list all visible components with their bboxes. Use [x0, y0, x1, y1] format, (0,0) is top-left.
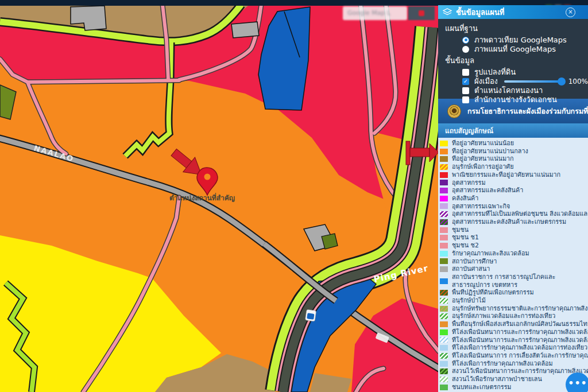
panel-title: ชั้นข้อมูลแผนที่	[456, 6, 504, 18]
legend-item: ชุมชน ช2	[438, 242, 588, 250]
legend-item: ที่โล่งเพื่อนันทนาการ การเลี้ยงสัตว์และก…	[438, 352, 588, 360]
blurred-tooltip: Google Map L	[343, 6, 407, 20]
agency-seal-icon	[447, 104, 461, 118]
legend-item: อุตสาหกรรม	[438, 179, 588, 187]
radio-selected-icon[interactable]	[462, 37, 469, 44]
legend-label: ที่อยู่อาศัยหนาแน่นน้อย	[452, 139, 514, 148]
legend-swatch	[440, 306, 448, 312]
legend-label: ที่โล่งเพื่อนันทนาการ การเลี้ยงสัตว์และก…	[452, 352, 588, 360]
legend-label: อุตสาหกรรมที่ไม่เป็นมลพิษต่อชุมชน สิ่งแว…	[452, 210, 588, 218]
legend-swatch	[440, 188, 448, 193]
legend-swatch	[440, 313, 448, 319]
legend-label: ที่โล่งเพื่อการรักษาคุณภาพสิ่งแวดล้อม	[452, 360, 553, 368]
legend-swatch	[440, 164, 448, 170]
checkbox-checked[interactable]: ✓	[462, 78, 469, 85]
more-actions-fab[interactable]: •••	[566, 372, 588, 392]
legend-label: อนุรักษ์ป่าไม้	[452, 297, 486, 305]
checkbox-unchecked[interactable]	[462, 69, 469, 76]
legend-item: อนุรักษ์ทรัพยากรธรรมชาติและการรักษาคุณภา…	[438, 305, 588, 313]
legend-label: สงวนไว้เพื่อนันทนาการและการรักษาคุณภาพสิ…	[452, 367, 588, 375]
legend-item: อนุรักษ์สภาพแวดล้อมและการท่องเที่ยว	[438, 312, 588, 320]
legend-item: ที่อยู่อาศัยหนาแน่นปานกลาง	[438, 148, 588, 156]
panel-header: ชั้นข้อมูลแผนที่ ×	[438, 5, 588, 19]
legend-label: อนุรักษ์ทรัพยากรธรรมชาติและการรักษาคุณภา…	[452, 305, 588, 313]
route-shield	[305, 309, 316, 321]
legend-item: ที่โล่งเพื่อนันทนาการและการรักษาคุณภาพสิ…	[438, 328, 588, 336]
legend-item: ที่อยู่อาศัยหนาแน่นน้อย	[438, 139, 588, 148]
legend-item: ชุมชน	[438, 226, 588, 234]
legend-label: ชนบทและเกษตรกรรม	[452, 383, 511, 391]
legend-item: คลังสินค้า	[438, 195, 588, 203]
legend-swatch	[440, 235, 448, 240]
legend-swatch	[440, 278, 448, 284]
legend-label: ที่อยู่อาศัยหนาแน่นปานกลาง	[452, 148, 528, 156]
radio-unselected-icon[interactable]	[462, 46, 469, 53]
legend-swatch	[440, 172, 448, 178]
legend-item: สถาบันศาสนา	[438, 265, 588, 273]
legend-label: พาณิชยกรรมและที่อยู่อาศัยหนาแน่นมาก	[452, 171, 560, 179]
legend-swatch	[440, 321, 448, 327]
top-bar-blurred-icons	[546, 1, 580, 5]
legend-item: พื้นที่ปฏิรูปที่ดินเพื่อเกษตรกรรม	[438, 289, 588, 297]
legend-label: อนุรักษ์สภาพแวดล้อมและการท่องเที่ยว	[452, 312, 555, 320]
legend-swatch	[440, 361, 448, 367]
legend-swatch	[440, 203, 448, 209]
legend-label: สถาบันการศึกษา	[452, 258, 497, 266]
legend-label: ชุมชน ช2	[452, 242, 479, 250]
legend-item: อุตสาหกรรมและคลังสินค้าและเกษตรกรรม	[438, 218, 588, 226]
legend-swatch	[440, 180, 448, 185]
legend-item: ที่โล่งเพื่อนันทนาการและการรักษาคุณภาพสิ…	[438, 336, 588, 344]
legend-item: ที่โล่งเพื่อการรักษาคุณภาพสิ่งแวดล้อม	[438, 360, 588, 368]
legend-swatch	[440, 258, 448, 264]
legend-label: สงวนไว้เพื่อรักษาสภาพป่าชายเลน	[452, 375, 542, 383]
app: NAALAO Ping River ตำแหน่งสถานที่สำคัญ Go…	[0, 0, 588, 392]
legend-label: ชุมชน ช1	[452, 234, 479, 242]
legend-swatch	[440, 243, 448, 249]
legend-swatch	[440, 368, 448, 374]
legend-list: ที่อยู่อาศัยหนาแน่นน้อยที่อยู่อาศัยหนาแน…	[438, 138, 588, 392]
legend-swatch	[440, 156, 448, 162]
legend-label: ที่โล่งเพื่อนันทนาการและการรักษาคุณภาพสิ…	[452, 328, 588, 336]
slider-thumb[interactable]	[558, 77, 566, 86]
blurred-close-button[interactable]	[408, 6, 435, 20]
legend-swatch	[440, 251, 448, 257]
legend-item: ที่อยู่อาศัยหนาแน่นมาก	[438, 155, 588, 163]
legend-swatch	[440, 290, 448, 296]
legend-label: อุตสาหกรรมและคลังสินค้า	[452, 187, 523, 195]
legend-swatch	[440, 298, 448, 304]
legend-swatch	[440, 345, 448, 351]
legend-swatch	[440, 329, 448, 335]
layers-section-label: ชั้นข้อมูล	[445, 55, 588, 67]
legend-swatch	[440, 377, 448, 382]
legend-item: สถาบันการศึกษา	[438, 258, 588, 266]
legend-label: ชุมชน	[452, 226, 469, 234]
legend-item: อุตสาหกรรมที่ไม่เป็นมลพิษต่อชุมชน สิ่งแว…	[438, 210, 588, 218]
opacity-slider[interactable]	[504, 80, 562, 83]
legend-label: ที่อยู่อาศัยหนาแน่นมาก	[452, 155, 514, 163]
legend-swatch	[440, 353, 448, 359]
legend-label: คลังสินค้า	[452, 195, 478, 203]
legend-swatch	[440, 149, 448, 154]
legend-swatch	[440, 385, 448, 390]
legend-item: อุตสาหกรรมเฉพาะกิจ	[438, 203, 588, 211]
legend-label: อุตสาหกรรมเฉพาะกิจ	[452, 203, 510, 211]
legend-item: สงวนไว้เพื่อนันทนาการและการรักษาคุณภาพสิ…	[438, 367, 588, 375]
legend-item: พาณิชยกรรมและที่อยู่อาศัยหนาแน่นมาก	[438, 171, 588, 179]
layers-icon	[443, 8, 452, 16]
opacity-value: 100%	[568, 77, 588, 86]
base-map-section-label: แผนที่ฐาน	[445, 22, 588, 34]
legend-label: สถาบันราชการ การสาธารณูปโภคและสาธารณูปกา…	[452, 273, 581, 289]
legend-swatch	[440, 337, 448, 343]
legend-swatch	[440, 266, 448, 272]
close-icon[interactable]: ×	[566, 7, 575, 17]
legend-swatch	[440, 196, 448, 201]
checkbox-unchecked[interactable]	[462, 96, 469, 103]
legend-label: อนุรักษ์เพื่อการอยู่อาศัย	[452, 163, 514, 171]
legend-header: แถบสัญญลักษณ์	[438, 123, 588, 138]
legend-label: พื้นที่ปฏิรูปที่ดินเพื่อเกษตรกรรม	[452, 289, 534, 297]
radio-map[interactable]: ภาพแผนที่ GoogleMaps	[462, 45, 588, 53]
agency-banner-text: กรมโยธาธิการและผังเมืองร่วมกับกรมที่ดิน	[467, 106, 588, 117]
legend-item: อนุรักษ์เพื่อการอยู่อาศัย	[438, 163, 588, 171]
checkbox-unchecked[interactable]	[462, 87, 469, 94]
legend-swatch	[440, 141, 448, 146]
